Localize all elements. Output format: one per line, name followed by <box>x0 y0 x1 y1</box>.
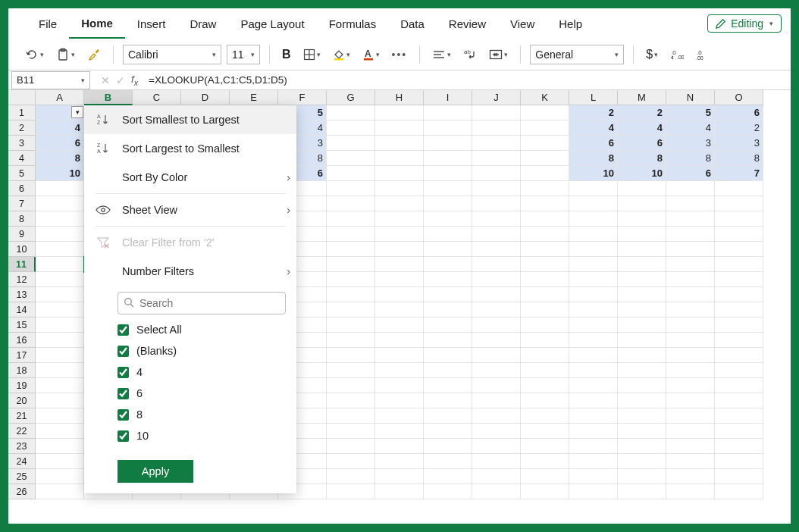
checkbox[interactable] <box>118 346 129 357</box>
cell-I6[interactable] <box>424 181 472 196</box>
cell-G15[interactable] <box>327 318 375 333</box>
cell-J9[interactable] <box>472 227 521 242</box>
row-header-26[interactable]: 26 <box>8 484 36 499</box>
cell-M16[interactable] <box>618 333 666 348</box>
column-header-C[interactable]: C <box>133 90 181 105</box>
column-header-B[interactable]: B <box>84 90 133 105</box>
number-format-select[interactable]: General ▾ <box>530 45 624 64</box>
checkbox[interactable] <box>118 367 129 378</box>
cell-J19[interactable] <box>472 378 521 393</box>
cell-N20[interactable] <box>666 393 715 408</box>
cell-O26[interactable] <box>715 484 763 499</box>
cell-M6[interactable] <box>618 181 666 196</box>
cell-O4[interactable]: 8 <box>715 151 763 166</box>
cell-M24[interactable] <box>618 454 666 469</box>
row-header-1[interactable]: 1 <box>8 105 36 120</box>
cell-A6[interactable] <box>36 181 84 196</box>
cell-J15[interactable] <box>472 318 521 333</box>
cell-I21[interactable] <box>424 408 472 424</box>
cell-K6[interactable] <box>521 181 569 196</box>
cell-G14[interactable] <box>327 302 375 318</box>
column-header-I[interactable]: I <box>424 90 472 105</box>
cell-O16[interactable] <box>715 333 763 348</box>
cell-A15[interactable] <box>36 318 84 333</box>
cell-J3[interactable] <box>472 136 521 151</box>
row-header-4[interactable]: 4 <box>8 151 36 166</box>
cell-I3[interactable] <box>424 136 472 151</box>
cell-I24[interactable] <box>424 454 472 469</box>
cell-J13[interactable] <box>472 287 521 302</box>
tab-file[interactable]: File <box>27 8 69 39</box>
cell-I16[interactable] <box>424 333 472 348</box>
row-header-10[interactable]: 10 <box>8 242 36 257</box>
cell-J7[interactable] <box>472 196 521 211</box>
column-header-H[interactable]: H <box>375 90 424 105</box>
sort-desc-item[interactable]: ZA Sort Largest to Smallest <box>84 134 296 163</box>
cell-L14[interactable] <box>569 302 618 318</box>
cell-I8[interactable] <box>424 211 472 227</box>
cell-M21[interactable] <box>618 408 666 424</box>
tab-data[interactable]: Data <box>388 8 437 39</box>
cell-H8[interactable] <box>375 211 424 227</box>
cell-I11[interactable] <box>424 257 472 272</box>
cell-I1[interactable] <box>424 105 472 120</box>
cell-G22[interactable] <box>327 424 375 439</box>
cell-N3[interactable]: 3 <box>666 136 715 151</box>
cell-G7[interactable] <box>327 196 375 211</box>
cell-K23[interactable] <box>521 439 569 454</box>
cell-M11[interactable] <box>618 257 666 272</box>
cell-M4[interactable]: 8 <box>618 151 666 166</box>
column-header-L[interactable]: L <box>569 90 618 105</box>
cell-G1[interactable] <box>327 105 375 120</box>
cell-H24[interactable] <box>375 454 424 469</box>
cell-N6[interactable] <box>666 181 715 196</box>
cell-N25[interactable] <box>666 469 715 484</box>
cell-L21[interactable] <box>569 408 618 424</box>
tab-formulas[interactable]: Formulas <box>317 8 389 39</box>
column-header-O[interactable]: O <box>715 90 763 105</box>
cell-K24[interactable] <box>521 454 569 469</box>
cell-K14[interactable] <box>521 302 569 318</box>
cell-H3[interactable] <box>375 136 424 151</box>
filter-check-10[interactable]: 10 <box>118 425 286 446</box>
cell-M9[interactable] <box>618 227 666 242</box>
cell-N7[interactable] <box>666 196 715 211</box>
row-header-19[interactable]: 19 <box>8 378 36 393</box>
row-header-6[interactable]: 6 <box>8 181 36 196</box>
cell-G24[interactable] <box>327 454 375 469</box>
cell-M2[interactable]: 4 <box>618 120 666 136</box>
fx-icon[interactable]: fx <box>131 74 138 87</box>
cell-G5[interactable] <box>327 166 375 181</box>
cell-H11[interactable] <box>375 257 424 272</box>
cell-A2[interactable]: 4 <box>36 120 84 136</box>
cell-G26[interactable] <box>327 484 375 499</box>
cell-J16[interactable] <box>472 333 521 348</box>
cell-I13[interactable] <box>424 287 472 302</box>
cell-H1[interactable] <box>375 105 424 120</box>
cell-L12[interactable] <box>569 272 618 287</box>
cell-M1[interactable]: 2 <box>618 105 666 120</box>
cell-H10[interactable] <box>375 242 424 257</box>
cell-L1[interactable]: 2 <box>569 105 618 120</box>
cell-J5[interactable] <box>472 166 521 181</box>
cell-O24[interactable] <box>715 454 763 469</box>
cell-O3[interactable]: 3 <box>715 136 763 151</box>
cell-O23[interactable] <box>715 439 763 454</box>
cell-A7[interactable] <box>36 196 84 211</box>
cell-J4[interactable] <box>472 151 521 166</box>
cell-J6[interactable] <box>472 181 521 196</box>
cell-H6[interactable] <box>375 181 424 196</box>
cell-L20[interactable] <box>569 393 618 408</box>
cell-K16[interactable] <box>521 333 569 348</box>
cell-G19[interactable] <box>327 378 375 393</box>
column-header-F[interactable]: F <box>278 90 327 105</box>
cell-I18[interactable] <box>424 363 472 378</box>
column-header-M[interactable]: M <box>618 90 666 105</box>
font-name-select[interactable]: Calibri ▾ <box>123 45 221 64</box>
column-header-E[interactable]: E <box>230 90 278 105</box>
row-header-2[interactable]: 2 <box>8 120 36 136</box>
cell-H18[interactable] <box>375 363 424 378</box>
cell-I12[interactable] <box>424 272 472 287</box>
cell-G20[interactable] <box>327 393 375 408</box>
cell-H23[interactable] <box>375 439 424 454</box>
